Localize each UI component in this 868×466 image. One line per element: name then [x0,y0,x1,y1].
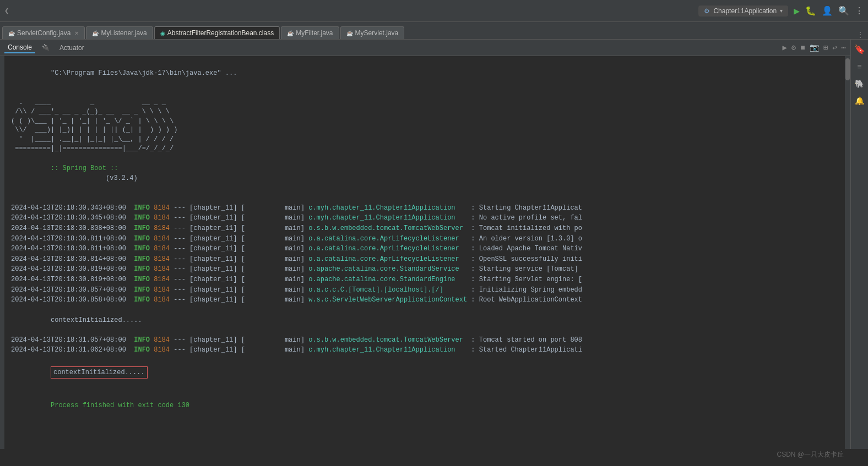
class-file-icon: ◉ [160,30,165,36]
debug-button[interactable]: 🐛 [805,6,816,17]
dropdown-chevron-icon[interactable]: ▾ [780,8,783,14]
scrollbar-thumb[interactable] [845,58,850,80]
process-finished-line: Process finished with exit code 130 [4,391,845,420]
log-line-10: 2024-04-13T20:18:30.858+08:00 INFO 8184 … [4,295,845,305]
stop-icon[interactable]: ■ [800,43,805,52]
run-config-label: Chapter11Application [713,7,777,15]
suspend-icon[interactable]: 📷 [810,43,819,52]
tab-label: MyServlet.java [355,29,399,37]
scroll-to-end-icon[interactable]: ↩ [832,43,837,52]
copy-output-icon[interactable]: ⊞ [823,43,828,52]
log-line-6: 2024-04-13T20:18:30.814+08:00 INFO 8184 … [4,254,845,265]
user-icon[interactable]: 👤 [822,6,833,17]
tabs-overflow-icon[interactable]: ⋮ [857,31,868,39]
csdn-watermark: CSDN @一只大皮卡丘 [777,450,844,459]
log-line-9: 2024-04-13T20:18:30.857+08:00 INFO 8184 … [4,285,845,295]
tab-my-listener[interactable]: ☕ MyListener.java [86,26,153,39]
log-line-2: 2024-04-13T20:18:30.345+08:00 INFO 8184 … [4,213,845,223]
top-bar: ❮ ⚙ Chapter11Application ▾ ▶ 🐛 👤 🔍 ⋮ [0,0,868,22]
more-icon[interactable]: ⋯ [842,43,846,52]
console-content: "C:\Program Files\Java\jdk-17\bin\java.e… [4,56,845,449]
more-actions-icon[interactable]: ⋮ [855,6,864,17]
java-file-icon: ☕ [346,30,353,36]
spring-art-line-6: =========|_|===============|___/=/_/_/_/ [4,144,845,153]
tab-console[interactable]: Console [4,42,35,53]
left-margin [0,56,4,449]
spring-art-line-5: ' |____| .__|_| |_|_| |_\__, | / / / / [4,135,845,144]
notifications-icon[interactable]: 🔔 [855,96,864,106]
highlighted-box: contextInitialized..... [51,366,148,379]
log-line-12: 2024-04-13T20:18:31.062+08:00 INFO 8184 … [4,345,845,355]
tab-label: MyListener.java [101,29,147,37]
top-bar-left: ❮ [4,6,9,15]
java-cmd-line: "C:\Program Files\Java\jdk-17\bin\java.e… [4,58,845,88]
tab-servlet-config[interactable]: ☕ ServletConfig.java ✕ [2,26,85,39]
log-line-5: 2024-04-13T20:18:30.811+08:00 INFO 8184 … [4,244,845,254]
context-initialized-plain: contextInitialized..... [4,305,845,335]
log-line-1: 2024-04-13T20:18:30.343+08:00 INFO 8184 … [4,203,845,213]
java-file-icon: ☕ [92,30,99,36]
run-config-selector[interactable]: ⚙ Chapter11Application ▾ [698,6,788,17]
log-line-7: 2024-04-13T20:18:30.819+08:00 INFO 8184 … [4,264,845,275]
tab-actuator[interactable]: Actuator [56,43,88,53]
close-tab-icon[interactable]: ✕ [74,30,79,36]
java-file-icon: ☕ [287,30,294,36]
spring-art-line-3: ( ( )\___ | '_ | '_| | '_ \/ _` | \ \ \ … [4,117,845,126]
spring-art-line-1: . ____ _ __ _ _ [4,98,845,107]
log-line-8: 2024-04-13T20:18:30.819+08:00 INFO 8184 … [4,275,845,285]
log-line-3: 2024-04-13T20:18:30.808+08:00 INFO 8184 … [4,223,845,234]
tab-label: ServletConfig.java [17,29,70,37]
add-bookmark-icon[interactable]: 🔖 [854,44,865,55]
console-actions: ▶ ⚙ ■ 📷 ⊞ ↩ ⋯ [782,43,846,52]
rerun-icon[interactable]: ▶ [782,43,786,52]
console-output-area: "C:\Program Files\Java\jdk-17\bin\java.e… [0,56,850,449]
spring-label-text: :: Spring Boot :: [51,165,118,172]
blank-line [4,88,845,98]
gradle-icon[interactable]: 🐘 [855,79,864,89]
search-everywhere-icon[interactable]: 🔍 [838,6,849,17]
spring-art-line-2: /\\ / ___'_ __ _ _(_)_ __ __ _ \ \ \ \ [4,107,845,117]
blank-line-2 [4,193,845,203]
tab-label: AbstractFilterRegistrationBean.class [167,29,274,37]
file-tabs-bar: ☕ ServletConfig.java ✕ ☕ MyListener.java… [0,22,868,40]
log-line-11: 2024-04-13T20:18:31.057+08:00 INFO 8184 … [4,335,845,346]
structure-icon[interactable]: ≡ [857,63,861,72]
spring-label-line: :: Spring Boot :: (v3.2.4) [4,153,845,193]
spring-art-line-4: \\/ ___)| |_)| | | | | || (_| | ) ) ) ) [4,125,845,135]
run-button[interactable]: ▶ [794,5,800,17]
tab-label: MyFilter.java [296,29,333,37]
java-file-icon: ☕ [8,30,15,36]
back-chevron-icon[interactable]: ❮ [4,6,9,15]
tab-my-servlet[interactable]: ☕ MyServlet.java [340,26,405,39]
log-line-4: 2024-04-13T20:18:30.811+08:00 INFO 8184 … [4,234,845,244]
tab-my-filter[interactable]: ☕ MyFilter.java [281,26,339,39]
context-initialized-highlighted: contextInitialized..... [4,357,845,388]
run-config-app-icon: ⚙ [704,7,710,15]
top-bar-right: ⚙ Chapter11Application ▾ ▶ 🐛 👤 🔍 ⋮ [698,5,864,17]
vertical-scrollbar[interactable] [845,56,850,449]
settings-icon[interactable]: ⚙ [791,43,796,52]
tab-abstract-filter[interactable]: ◉ AbstractFilterRegistrationBean.class [154,26,280,39]
java-cmd-text: "C:\Program Files\Java\jdk-17\bin\java.e… [51,69,237,77]
tool-tabs-bar: Console 🔌 Actuator ▶ ⚙ ■ 📷 ⊞ ↩ ⋯ [0,40,850,56]
process-finished-text: Process finished with exit code 130 [51,402,189,409]
right-tool-sidebar: 🔖 ≡ 🐘 🔔 [850,40,868,449]
spring-version-text: (v3.2.4) [106,174,138,182]
actuator-icon: 🔌 [42,44,50,51]
